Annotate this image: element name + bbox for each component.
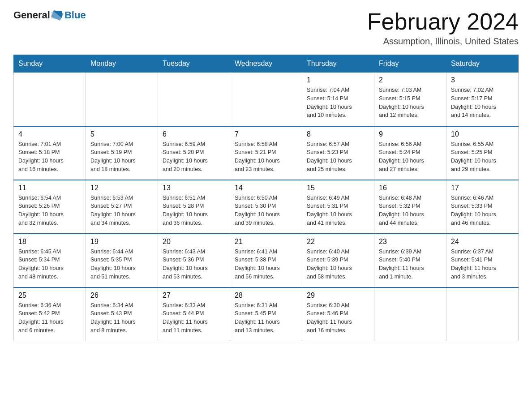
day-info: Sunrise: 6:37 AMSunset: 5:41 PMDaylight:… [451, 248, 514, 281]
calendar-header-row: Sunday Monday Tuesday Wednesday Thursday… [14, 55, 519, 73]
day-number: 24 [451, 238, 514, 246]
table-row: 27Sunrise: 6:33 AMSunset: 5:44 PMDayligh… [158, 287, 230, 341]
col-friday: Friday [374, 55, 446, 73]
day-info: Sunrise: 6:48 AMSunset: 5:32 PMDaylight:… [379, 194, 442, 227]
table-row: 13Sunrise: 6:51 AMSunset: 5:28 PMDayligh… [158, 180, 230, 234]
day-info: Sunrise: 6:40 AMSunset: 5:39 PMDaylight:… [307, 248, 369, 281]
calendar-week-row: 25Sunrise: 6:36 AMSunset: 5:42 PMDayligh… [14, 287, 519, 341]
table-row: 20Sunrise: 6:43 AMSunset: 5:36 PMDayligh… [158, 234, 230, 287]
table-row [230, 73, 302, 126]
table-row: 11Sunrise: 6:54 AMSunset: 5:26 PMDayligh… [14, 180, 86, 234]
day-number: 11 [18, 184, 81, 192]
table-row: 17Sunrise: 6:46 AMSunset: 5:33 PMDayligh… [446, 180, 519, 234]
day-number: 26 [90, 291, 153, 300]
table-row: 21Sunrise: 6:41 AMSunset: 5:38 PMDayligh… [230, 234, 302, 287]
day-number: 23 [379, 238, 442, 246]
table-row [86, 73, 158, 126]
table-row [158, 73, 230, 126]
logo-text-general: General [13, 9, 50, 21]
table-row: 23Sunrise: 6:39 AMSunset: 5:40 PMDayligh… [374, 234, 446, 287]
day-info: Sunrise: 6:54 AMSunset: 5:26 PMDaylight:… [18, 194, 81, 227]
day-info: Sunrise: 6:46 AMSunset: 5:33 PMDaylight:… [451, 194, 514, 227]
calendar-table: Sunday Monday Tuesday Wednesday Thursday… [13, 55, 519, 341]
table-row: 12Sunrise: 6:53 AMSunset: 5:27 PMDayligh… [86, 180, 158, 234]
table-row: 6Sunrise: 6:59 AMSunset: 5:20 PMDaylight… [158, 126, 230, 180]
page-header: General Blue February 2024 Assumption, I… [13, 9, 519, 47]
location-subtitle: Assumption, Illinois, United States [367, 36, 519, 47]
day-number: 7 [235, 130, 297, 138]
day-info: Sunrise: 6:41 AMSunset: 5:38 PMDaylight:… [235, 248, 297, 281]
day-number: 21 [235, 238, 297, 246]
day-number: 13 [163, 184, 225, 192]
day-number: 14 [235, 184, 297, 192]
table-row: 16Sunrise: 6:48 AMSunset: 5:32 PMDayligh… [374, 180, 446, 234]
table-row: 28Sunrise: 6:31 AMSunset: 5:45 PMDayligh… [230, 287, 302, 341]
day-number: 2 [379, 76, 442, 84]
day-info: Sunrise: 6:51 AMSunset: 5:28 PMDaylight:… [163, 194, 225, 227]
table-row: 14Sunrise: 6:50 AMSunset: 5:30 PMDayligh… [230, 180, 302, 234]
table-row: 3Sunrise: 7:02 AMSunset: 5:17 PMDaylight… [446, 73, 519, 126]
day-number: 1 [307, 76, 369, 84]
day-info: Sunrise: 6:45 AMSunset: 5:34 PMDaylight:… [18, 248, 81, 281]
logo-text-blue: Blue [64, 9, 86, 21]
day-info: Sunrise: 6:59 AMSunset: 5:20 PMDaylight:… [163, 140, 225, 174]
day-info: Sunrise: 7:03 AMSunset: 5:15 PMDaylight:… [379, 86, 442, 120]
day-number: 27 [163, 291, 225, 300]
col-wednesday: Wednesday [230, 55, 302, 73]
day-info: Sunrise: 6:43 AMSunset: 5:36 PMDaylight:… [163, 248, 225, 281]
day-number: 17 [451, 184, 514, 192]
day-number: 3 [451, 76, 514, 84]
table-row [446, 287, 519, 341]
day-number: 15 [307, 184, 369, 192]
table-row: 9Sunrise: 6:56 AMSunset: 5:24 PMDaylight… [374, 126, 446, 180]
table-row: 26Sunrise: 6:34 AMSunset: 5:43 PMDayligh… [86, 287, 158, 341]
day-info: Sunrise: 6:34 AMSunset: 5:43 PMDaylight:… [90, 301, 153, 335]
calendar-week-row: 1Sunrise: 7:04 AMSunset: 5:14 PMDaylight… [14, 73, 519, 126]
day-number: 6 [163, 130, 225, 138]
table-row: 8Sunrise: 6:57 AMSunset: 5:23 PMDaylight… [302, 126, 374, 180]
col-thursday: Thursday [302, 55, 374, 73]
day-number: 12 [90, 184, 153, 192]
day-info: Sunrise: 6:56 AMSunset: 5:24 PMDaylight:… [379, 140, 442, 174]
day-info: Sunrise: 6:44 AMSunset: 5:35 PMDaylight:… [90, 248, 153, 281]
calendar-week-row: 4Sunrise: 7:01 AMSunset: 5:18 PMDaylight… [14, 126, 519, 180]
day-info: Sunrise: 6:31 AMSunset: 5:45 PMDaylight:… [235, 301, 297, 335]
day-number: 18 [18, 238, 81, 246]
day-info: Sunrise: 6:49 AMSunset: 5:31 PMDaylight:… [307, 194, 369, 227]
day-info: Sunrise: 6:57 AMSunset: 5:23 PMDaylight:… [307, 140, 369, 174]
table-row: 29Sunrise: 6:30 AMSunset: 5:46 PMDayligh… [302, 287, 374, 341]
day-number: 10 [451, 130, 514, 138]
col-monday: Monday [86, 55, 158, 73]
logo-icon [51, 9, 64, 21]
table-row: 24Sunrise: 6:37 AMSunset: 5:41 PMDayligh… [446, 234, 519, 287]
table-row: 10Sunrise: 6:55 AMSunset: 5:25 PMDayligh… [446, 126, 519, 180]
day-number: 20 [163, 238, 225, 246]
day-info: Sunrise: 6:36 AMSunset: 5:42 PMDaylight:… [18, 301, 81, 335]
table-row [374, 287, 446, 341]
col-saturday: Saturday [446, 55, 519, 73]
logo: General Blue [13, 9, 86, 21]
day-info: Sunrise: 6:33 AMSunset: 5:44 PMDaylight:… [163, 301, 225, 335]
day-number: 29 [307, 291, 369, 300]
day-info: Sunrise: 6:30 AMSunset: 5:46 PMDaylight:… [307, 301, 369, 335]
day-info: Sunrise: 6:50 AMSunset: 5:30 PMDaylight:… [235, 194, 297, 227]
table-row [14, 73, 86, 126]
day-info: Sunrise: 6:39 AMSunset: 5:40 PMDaylight:… [379, 248, 442, 281]
calendar-week-row: 18Sunrise: 6:45 AMSunset: 5:34 PMDayligh… [14, 234, 519, 287]
table-row: 22Sunrise: 6:40 AMSunset: 5:39 PMDayligh… [302, 234, 374, 287]
day-number: 22 [307, 238, 369, 246]
day-number: 28 [235, 291, 297, 300]
day-number: 19 [90, 238, 153, 246]
day-number: 16 [379, 184, 442, 192]
month-title: February 2024 [367, 9, 519, 34]
col-sunday: Sunday [14, 55, 86, 73]
table-row: 15Sunrise: 6:49 AMSunset: 5:31 PMDayligh… [302, 180, 374, 234]
day-info: Sunrise: 7:04 AMSunset: 5:14 PMDaylight:… [307, 86, 369, 120]
table-row: 2Sunrise: 7:03 AMSunset: 5:15 PMDaylight… [374, 73, 446, 126]
table-row: 4Sunrise: 7:01 AMSunset: 5:18 PMDaylight… [14, 126, 86, 180]
day-info: Sunrise: 7:02 AMSunset: 5:17 PMDaylight:… [451, 86, 514, 120]
day-info: Sunrise: 6:55 AMSunset: 5:25 PMDaylight:… [451, 140, 514, 174]
table-row: 7Sunrise: 6:58 AMSunset: 5:21 PMDaylight… [230, 126, 302, 180]
table-row: 18Sunrise: 6:45 AMSunset: 5:34 PMDayligh… [14, 234, 86, 287]
title-area: February 2024 Assumption, Illinois, Unit… [367, 9, 519, 47]
